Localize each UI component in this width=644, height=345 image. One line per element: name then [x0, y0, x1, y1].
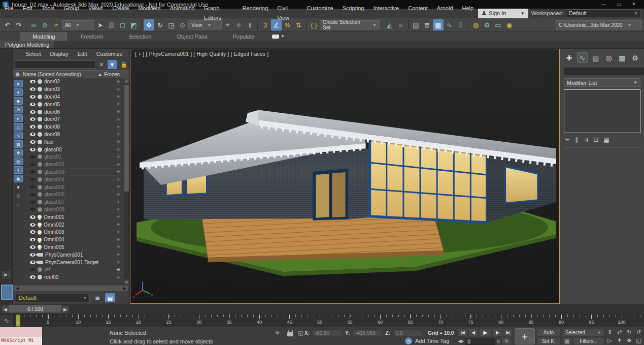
- selection-filter-select[interactable]: All ▼: [62, 20, 94, 29]
- table-row[interactable]: ref✳: [24, 266, 124, 274]
- explorer-menu-edit[interactable]: Edit: [73, 51, 92, 57]
- frozen-icon[interactable]: ✳: [113, 147, 124, 152]
- select-and-place-icon[interactable]: ⊙: [177, 19, 188, 30]
- minimize-icon[interactable]: —: [596, 0, 611, 9]
- select-and-link-icon[interactable]: ∞: [28, 19, 39, 30]
- tab-display-icon[interactable]: ▥: [617, 52, 627, 63]
- project-folder-select[interactable]: C:\Users\nic...3ds Max 2020 ▼: [556, 20, 642, 29]
- visibility-eye-icon[interactable]: [30, 170, 36, 173]
- frozen-icon[interactable]: ✳: [113, 109, 124, 114]
- table-row[interactable]: door02✳: [24, 78, 124, 86]
- frozen-icon[interactable]: ✳: [113, 162, 124, 167]
- frozen-icon[interactable]: ✳: [113, 222, 124, 227]
- explorer-dock-icon[interactable]: ▤: [105, 293, 115, 302]
- table-row[interactable]: glass003✳: [24, 169, 124, 176]
- frozen-icon[interactable]: ✳: [113, 177, 124, 182]
- show-end-result-icon[interactable]: ∥: [575, 136, 578, 143]
- scroll-down-icon[interactable]: ▼: [124, 279, 129, 285]
- select-and-rotate-icon[interactable]: ↻: [155, 19, 165, 30]
- sign-in-button[interactable]: Sign In ▼: [478, 9, 528, 18]
- unlink-selection-icon[interactable]: ⊘: [40, 19, 50, 30]
- table-row[interactable]: glass01✳: [24, 153, 124, 161]
- display-xrefs-icon[interactable]: ❖: [14, 149, 23, 156]
- visibility-eye-icon[interactable]: [30, 193, 36, 196]
- filter-icon[interactable]: ▼: [108, 60, 117, 69]
- display-frozen-icon[interactable]: ✳: [14, 166, 23, 174]
- frozen-icon[interactable]: ✳: [113, 79, 124, 84]
- table-row[interactable]: door03✳: [24, 86, 124, 93]
- table-row[interactable]: glass00✳: [24, 146, 124, 153]
- visibility-eye-icon[interactable]: [30, 110, 36, 114]
- use-pivot-center-icon[interactable]: ⌖: [222, 19, 233, 30]
- visibility-eye-icon[interactable]: [30, 103, 36, 106]
- new-folder-icon[interactable]: ⌂: [14, 201, 23, 208]
- rectangular-selection-icon[interactable]: ◻: [117, 19, 128, 30]
- table-row[interactable]: door06✳: [24, 108, 124, 116]
- table-row[interactable]: glass007✳: [24, 199, 124, 206]
- horizontal-scrollbar[interactable]: ◀ ▶: [14, 286, 128, 291]
- viewport-label[interactable]: [ + ] [ PhysCamera001 ] [ High Quality ]…: [135, 51, 268, 57]
- explorer-menu-display[interactable]: Display: [46, 51, 73, 57]
- render-setup-icon[interactable]: ⚙: [482, 19, 492, 30]
- frame-counter[interactable]: 0 / 100: [9, 305, 61, 313]
- explorer-select-icon[interactable]: ➤: [14, 80, 23, 87]
- create-selection-set-field[interactable]: Create Selection Set ▼: [320, 20, 380, 29]
- scrollbar-track[interactable]: [124, 84, 129, 279]
- pan-view-icon[interactable]: ✥: [624, 336, 634, 345]
- undo-icon[interactable]: ↶: [2, 19, 13, 30]
- maxscript-macro-pane[interactable]: [0, 327, 42, 337]
- select-object-icon[interactable]: ➤: [95, 19, 106, 30]
- filters-button[interactable]: Filters...: [573, 337, 604, 345]
- key-step-icon[interactable]: ◀▶: [458, 339, 464, 343]
- explorer-column-header[interactable]: Name (Sorted Ascending) ▲ Frozen: [13, 70, 129, 78]
- field-of-view-icon[interactable]: ▷: [605, 336, 615, 345]
- tab-create-icon[interactable]: ✚: [564, 52, 574, 63]
- toggle-ribbon-icon[interactable]: ▦: [433, 19, 444, 30]
- percent-snap-icon[interactable]: %: [282, 19, 293, 30]
- window-crossing-icon[interactable]: ◩: [128, 19, 139, 30]
- angle-snap-icon[interactable]: ∠: [271, 19, 282, 30]
- visibility-eye-icon[interactable]: [30, 223, 36, 227]
- keyboard-override-icon[interactable]: ⇧: [245, 19, 255, 30]
- z-coordinate-field[interactable]: 0.0: [393, 329, 423, 336]
- table-row[interactable]: Omni003✳: [24, 229, 124, 236]
- next-frame-icon[interactable]: ▶: [61, 305, 69, 313]
- table-row[interactable]: Omni001✳: [24, 213, 124, 221]
- x-coordinate-field[interactable]: -81.89: [313, 329, 342, 336]
- key-filters-icon[interactable]: ▦: [562, 337, 571, 345]
- frozen-icon[interactable]: ✳: [113, 267, 124, 272]
- table-row[interactable]: door09✳: [24, 131, 124, 139]
- vertical-scrollbar[interactable]: ▲ ▼: [124, 78, 129, 285]
- ribbon-panel-label[interactable]: Polygon Modeling: [0, 41, 54, 48]
- layers-icon[interactable]: ≣: [92, 293, 103, 302]
- visibility-eye-icon[interactable]: [30, 230, 36, 234]
- name-column-header[interactable]: Name (Sorted Ascending): [23, 72, 94, 77]
- filter-selected-icon[interactable]: ▽: [14, 192, 23, 200]
- visibility-eye-icon[interactable]: [30, 178, 36, 181]
- display-cameras-icon[interactable]: ▸: [14, 114, 23, 122]
- object-name-field[interactable]: [564, 68, 644, 75]
- timeline-ruler[interactable]: 0510152025303540455055606570758085909510…: [14, 315, 644, 327]
- maxscript-mini-listener[interactable]: MAXScript Mi: [0, 327, 43, 345]
- selection-lock-icon[interactable]: [287, 330, 293, 336]
- ribbon-tab-freeform[interactable]: Freeform: [69, 32, 116, 41]
- visibility-eye-icon[interactable]: [30, 215, 36, 219]
- frozen-icon[interactable]: ✳: [113, 200, 124, 205]
- visibility-eye-icon[interactable]: [30, 117, 36, 121]
- frozen-icon[interactable]: ✳: [113, 87, 124, 92]
- ribbon-tab-modeling[interactable]: Modeling: [20, 32, 67, 41]
- orbit-camera-icon[interactable]: ↻: [624, 328, 634, 336]
- workspace-select[interactable]: Default ▼: [566, 9, 641, 17]
- frozen-column-header[interactable]: ▲ Frozen: [97, 72, 127, 77]
- display-geometry-icon[interactable]: ●: [14, 88, 23, 96]
- frozen-icon[interactable]: ✳: [113, 132, 124, 137]
- frozen-icon[interactable]: ✳: [113, 102, 124, 107]
- maximize-viewport-icon[interactable]: ◱: [634, 336, 643, 345]
- lock-explorer-icon[interactable]: 🔒: [118, 60, 127, 69]
- select-and-manipulate-icon[interactable]: ✛: [233, 19, 244, 30]
- display-spacewarps-icon[interactable]: ∿: [14, 132, 23, 139]
- frozen-icon[interactable]: ✳: [113, 94, 124, 99]
- reference-coordinate-select[interactable]: View ▼: [188, 20, 222, 29]
- frozen-icon[interactable]: ✳: [113, 207, 124, 212]
- tab-modify-icon[interactable]: ∿: [577, 52, 588, 63]
